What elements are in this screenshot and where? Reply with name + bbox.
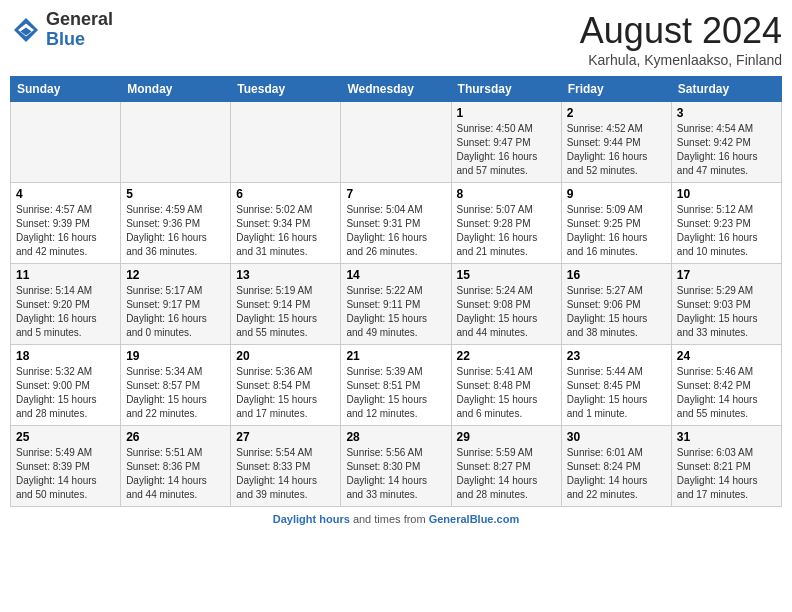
footer-note: Daylight hours and times from GeneralBlu… [10, 513, 782, 525]
day-info: Sunrise: 5:44 AM Sunset: 8:45 PM Dayligh… [567, 365, 666, 421]
calendar-cell: 12Sunrise: 5:17 AM Sunset: 9:17 PM Dayli… [121, 264, 231, 345]
weekday-header-row: SundayMondayTuesdayWednesdayThursdayFrid… [11, 77, 782, 102]
weekday-header-saturday: Saturday [671, 77, 781, 102]
day-info: Sunrise: 5:39 AM Sunset: 8:51 PM Dayligh… [346, 365, 445, 421]
day-number: 6 [236, 187, 335, 201]
logo-general: General [46, 9, 113, 29]
day-info: Sunrise: 5:17 AM Sunset: 9:17 PM Dayligh… [126, 284, 225, 340]
day-info: Sunrise: 4:50 AM Sunset: 9:47 PM Dayligh… [457, 122, 556, 178]
calendar-cell: 15Sunrise: 5:24 AM Sunset: 9:08 PM Dayli… [451, 264, 561, 345]
day-info: Sunrise: 5:27 AM Sunset: 9:06 PM Dayligh… [567, 284, 666, 340]
day-info: Sunrise: 4:52 AM Sunset: 9:44 PM Dayligh… [567, 122, 666, 178]
calendar-cell: 30Sunrise: 6:01 AM Sunset: 8:24 PM Dayli… [561, 426, 671, 507]
title-area: August 2024 Karhula, Kymenlaakso, Finlan… [580, 10, 782, 68]
page-header: General Blue August 2024 Karhula, Kymenl… [10, 10, 782, 68]
logo: General Blue [10, 10, 113, 50]
day-number: 23 [567, 349, 666, 363]
calendar-cell: 10Sunrise: 5:12 AM Sunset: 9:23 PM Dayli… [671, 183, 781, 264]
day-info: Sunrise: 5:04 AM Sunset: 9:31 PM Dayligh… [346, 203, 445, 259]
logo-icon [10, 14, 42, 46]
day-number: 10 [677, 187, 776, 201]
weekday-header-monday: Monday [121, 77, 231, 102]
day-info: Sunrise: 5:24 AM Sunset: 9:08 PM Dayligh… [457, 284, 556, 340]
day-number: 18 [16, 349, 115, 363]
day-number: 21 [346, 349, 445, 363]
calendar-cell: 20Sunrise: 5:36 AM Sunset: 8:54 PM Dayli… [231, 345, 341, 426]
calendar-week-row: 25Sunrise: 5:49 AM Sunset: 8:39 PM Dayli… [11, 426, 782, 507]
footer-daylight-text: Daylight hours [273, 513, 350, 525]
calendar-cell: 9Sunrise: 5:09 AM Sunset: 9:25 PM Daylig… [561, 183, 671, 264]
calendar-cell: 5Sunrise: 4:59 AM Sunset: 9:36 PM Daylig… [121, 183, 231, 264]
calendar-week-row: 11Sunrise: 5:14 AM Sunset: 9:20 PM Dayli… [11, 264, 782, 345]
day-info: Sunrise: 5:29 AM Sunset: 9:03 PM Dayligh… [677, 284, 776, 340]
day-info: Sunrise: 4:54 AM Sunset: 9:42 PM Dayligh… [677, 122, 776, 178]
day-number: 22 [457, 349, 556, 363]
day-number: 5 [126, 187, 225, 201]
calendar-table: SundayMondayTuesdayWednesdayThursdayFrid… [10, 76, 782, 507]
calendar-cell [341, 102, 451, 183]
logo-blue: Blue [46, 29, 85, 49]
day-number: 20 [236, 349, 335, 363]
calendar-cell: 22Sunrise: 5:41 AM Sunset: 8:48 PM Dayli… [451, 345, 561, 426]
day-info: Sunrise: 5:02 AM Sunset: 9:34 PM Dayligh… [236, 203, 335, 259]
day-number: 11 [16, 268, 115, 282]
day-number: 27 [236, 430, 335, 444]
day-info: Sunrise: 5:07 AM Sunset: 9:28 PM Dayligh… [457, 203, 556, 259]
day-number: 29 [457, 430, 556, 444]
calendar-cell [11, 102, 121, 183]
day-number: 15 [457, 268, 556, 282]
day-number: 3 [677, 106, 776, 120]
calendar-cell: 4Sunrise: 4:57 AM Sunset: 9:39 PM Daylig… [11, 183, 121, 264]
day-number: 7 [346, 187, 445, 201]
day-info: Sunrise: 5:32 AM Sunset: 9:00 PM Dayligh… [16, 365, 115, 421]
calendar-cell: 27Sunrise: 5:54 AM Sunset: 8:33 PM Dayli… [231, 426, 341, 507]
day-number: 25 [16, 430, 115, 444]
day-number: 8 [457, 187, 556, 201]
day-number: 30 [567, 430, 666, 444]
logo-text: General Blue [46, 10, 113, 50]
day-info: Sunrise: 5:19 AM Sunset: 9:14 PM Dayligh… [236, 284, 335, 340]
calendar-subtitle: Karhula, Kymenlaakso, Finland [580, 52, 782, 68]
day-number: 1 [457, 106, 556, 120]
day-number: 31 [677, 430, 776, 444]
calendar-cell: 28Sunrise: 5:56 AM Sunset: 8:30 PM Dayli… [341, 426, 451, 507]
day-number: 13 [236, 268, 335, 282]
day-number: 9 [567, 187, 666, 201]
day-info: Sunrise: 6:03 AM Sunset: 8:21 PM Dayligh… [677, 446, 776, 502]
weekday-header-thursday: Thursday [451, 77, 561, 102]
calendar-cell: 31Sunrise: 6:03 AM Sunset: 8:21 PM Dayli… [671, 426, 781, 507]
day-info: Sunrise: 5:34 AM Sunset: 8:57 PM Dayligh… [126, 365, 225, 421]
calendar-cell: 11Sunrise: 5:14 AM Sunset: 9:20 PM Dayli… [11, 264, 121, 345]
calendar-cell [231, 102, 341, 183]
day-number: 16 [567, 268, 666, 282]
day-info: Sunrise: 5:09 AM Sunset: 9:25 PM Dayligh… [567, 203, 666, 259]
calendar-title: August 2024 [580, 10, 782, 52]
day-number: 24 [677, 349, 776, 363]
calendar-cell: 24Sunrise: 5:46 AM Sunset: 8:42 PM Dayli… [671, 345, 781, 426]
day-info: Sunrise: 5:54 AM Sunset: 8:33 PM Dayligh… [236, 446, 335, 502]
day-number: 28 [346, 430, 445, 444]
calendar-cell: 17Sunrise: 5:29 AM Sunset: 9:03 PM Dayli… [671, 264, 781, 345]
weekday-header-sunday: Sunday [11, 77, 121, 102]
calendar-cell: 3Sunrise: 4:54 AM Sunset: 9:42 PM Daylig… [671, 102, 781, 183]
calendar-cell: 13Sunrise: 5:19 AM Sunset: 9:14 PM Dayli… [231, 264, 341, 345]
day-info: Sunrise: 5:41 AM Sunset: 8:48 PM Dayligh… [457, 365, 556, 421]
weekday-header-tuesday: Tuesday [231, 77, 341, 102]
day-number: 19 [126, 349, 225, 363]
day-info: Sunrise: 5:56 AM Sunset: 8:30 PM Dayligh… [346, 446, 445, 502]
calendar-week-row: 1Sunrise: 4:50 AM Sunset: 9:47 PM Daylig… [11, 102, 782, 183]
day-number: 17 [677, 268, 776, 282]
day-info: Sunrise: 5:36 AM Sunset: 8:54 PM Dayligh… [236, 365, 335, 421]
calendar-cell: 26Sunrise: 5:51 AM Sunset: 8:36 PM Dayli… [121, 426, 231, 507]
day-info: Sunrise: 5:22 AM Sunset: 9:11 PM Dayligh… [346, 284, 445, 340]
calendar-cell: 29Sunrise: 5:59 AM Sunset: 8:27 PM Dayli… [451, 426, 561, 507]
day-info: Sunrise: 5:14 AM Sunset: 9:20 PM Dayligh… [16, 284, 115, 340]
calendar-cell: 21Sunrise: 5:39 AM Sunset: 8:51 PM Dayli… [341, 345, 451, 426]
day-number: 12 [126, 268, 225, 282]
weekday-header-wednesday: Wednesday [341, 77, 451, 102]
calendar-cell: 1Sunrise: 4:50 AM Sunset: 9:47 PM Daylig… [451, 102, 561, 183]
footer-source: GeneralBlue.com [429, 513, 519, 525]
calendar-cell: 16Sunrise: 5:27 AM Sunset: 9:06 PM Dayli… [561, 264, 671, 345]
day-info: Sunrise: 5:51 AM Sunset: 8:36 PM Dayligh… [126, 446, 225, 502]
day-number: 4 [16, 187, 115, 201]
